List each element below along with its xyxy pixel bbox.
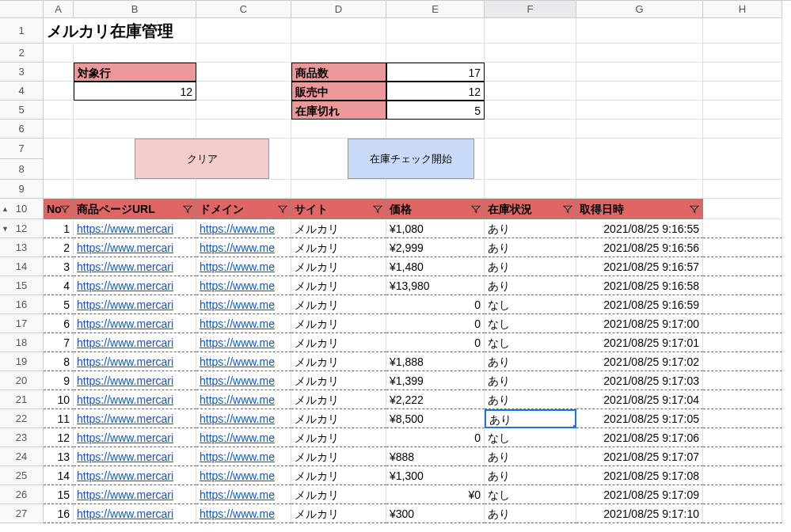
cell-price[interactable]: ¥8,500 — [386, 409, 485, 428]
domain-link[interactable]: https://www.me — [200, 507, 275, 520]
cell-price[interactable]: ¥0 — [386, 485, 485, 504]
cell-price[interactable]: 0 — [386, 295, 485, 314]
product-url-link[interactable]: https://www.mercari — [77, 222, 173, 235]
cell-no[interactable]: 7 — [44, 333, 74, 352]
cell[interactable] — [196, 139, 291, 180]
cell[interactable] — [485, 82, 576, 101]
domain-link[interactable]: https://www.me — [200, 450, 275, 463]
cell-url[interactable]: https://www.mercari — [74, 276, 196, 295]
cell-site[interactable]: メルカリ — [291, 333, 386, 352]
cell[interactable] — [74, 120, 196, 139]
cell-no[interactable]: 2 — [44, 238, 74, 257]
cell[interactable] — [703, 428, 782, 447]
cell[interactable] — [196, 18, 291, 44]
cell[interactable] — [703, 447, 782, 466]
cell-url[interactable]: https://www.mercari — [74, 466, 196, 485]
cell-site[interactable]: メルカリ — [291, 428, 386, 447]
row-header[interactable]: 8 — [0, 159, 44, 180]
cell-no[interactable]: 10 — [44, 390, 74, 409]
row-header[interactable]: 2 — [0, 44, 44, 63]
cell-stock[interactable]: あり — [485, 352, 576, 371]
cell-price[interactable]: 0 — [386, 333, 485, 352]
cell-stock[interactable]: なし — [485, 428, 576, 447]
table-header-url[interactable]: 商品ページURL — [74, 199, 196, 219]
cell-domain[interactable]: https://www.me — [196, 371, 291, 390]
cell[interactable] — [703, 352, 782, 371]
cell[interactable] — [291, 180, 386, 199]
cell[interactable] — [703, 295, 782, 314]
cell-no[interactable]: 12 — [44, 428, 74, 447]
cell-datetime[interactable]: 2021/08/25 9:17:00 — [576, 314, 703, 333]
cell[interactable] — [703, 44, 782, 63]
domain-link[interactable]: https://www.me — [200, 222, 275, 235]
filter-icon[interactable] — [59, 203, 70, 215]
cell[interactable] — [703, 199, 782, 219]
col-header-B[interactable]: B — [74, 1, 196, 18]
cell[interactable] — [44, 82, 74, 101]
cell-no[interactable]: 8 — [44, 352, 74, 371]
row-header[interactable]: 5 — [0, 101, 44, 120]
domain-link[interactable]: https://www.me — [200, 241, 275, 254]
cell[interactable] — [74, 44, 196, 63]
product-url-link[interactable]: https://www.mercari — [77, 450, 173, 463]
cell-datetime[interactable]: 2021/08/25 9:17:08 — [576, 466, 703, 485]
cell[interactable] — [576, 44, 703, 63]
row-header[interactable]: 9 — [0, 180, 44, 199]
cell[interactable] — [576, 63, 703, 82]
cell-no[interactable]: 14 — [44, 466, 74, 485]
col-header-G[interactable]: G — [576, 1, 703, 18]
cell[interactable] — [74, 101, 196, 120]
domain-link[interactable]: https://www.me — [200, 393, 275, 406]
cell-stock[interactable]: なし — [485, 333, 576, 352]
cell[interactable] — [576, 18, 703, 44]
row-header[interactable]: 16 — [0, 295, 44, 314]
filter-icon[interactable] — [470, 203, 481, 215]
cell[interactable] — [44, 63, 74, 82]
cell-no[interactable]: 3 — [44, 257, 74, 276]
cell-stock[interactable]: あり — [485, 409, 576, 428]
domain-link[interactable]: https://www.me — [200, 469, 275, 482]
cell[interactable] — [196, 101, 291, 120]
cell[interactable] — [485, 44, 576, 63]
cell-datetime[interactable]: 2021/08/25 9:16:55 — [576, 219, 703, 238]
cell[interactable] — [485, 18, 576, 44]
domain-link[interactable]: https://www.me — [200, 355, 275, 368]
cell-domain[interactable]: https://www.me — [196, 238, 291, 257]
cell[interactable] — [703, 333, 782, 352]
domain-link[interactable]: https://www.me — [200, 279, 275, 292]
cell[interactable] — [703, 180, 782, 199]
cell-domain[interactable]: https://www.me — [196, 447, 291, 466]
cell-site[interactable]: メルカリ — [291, 371, 386, 390]
cell[interactable] — [386, 18, 485, 44]
cell-url[interactable]: https://www.mercari — [74, 428, 196, 447]
cell[interactable] — [576, 180, 703, 199]
cell[interactable]: 在庫チェック開始 — [291, 139, 386, 180]
value-target-row[interactable]: 12 — [74, 82, 196, 101]
cell[interactable] — [196, 120, 291, 139]
cell-url[interactable]: https://www.mercari — [74, 257, 196, 276]
cell-domain[interactable]: https://www.me — [196, 504, 291, 523]
table-header-stock[interactable]: 在庫状況 — [485, 199, 576, 219]
cell-price[interactable]: ¥1,300 — [386, 466, 485, 485]
cell-no[interactable]: 13 — [44, 447, 74, 466]
filter-icon[interactable] — [182, 203, 193, 215]
cell[interactable] — [576, 101, 703, 120]
filter-icon[interactable] — [277, 203, 288, 215]
cell[interactable] — [44, 44, 74, 63]
cell-site[interactable]: メルカリ — [291, 238, 386, 257]
cell[interactable] — [703, 219, 782, 238]
cell-domain[interactable]: https://www.me — [196, 428, 291, 447]
row-header[interactable]: ▼12 — [0, 219, 44, 238]
cell-no[interactable]: 16 — [44, 504, 74, 523]
cell-no[interactable]: 4 — [44, 276, 74, 295]
cell-stock[interactable]: なし — [485, 295, 576, 314]
corner-cell[interactable] — [0, 1, 44, 18]
cell[interactable] — [44, 101, 74, 120]
cell-domain[interactable]: https://www.me — [196, 276, 291, 295]
cell[interactable] — [703, 101, 782, 120]
cell-datetime[interactable]: 2021/08/25 9:17:10 — [576, 504, 703, 523]
row-header[interactable]: 17 — [0, 314, 44, 333]
row-header[interactable]: 4 — [0, 82, 44, 101]
cell-datetime[interactable]: 2021/08/25 9:17:07 — [576, 447, 703, 466]
cell-datetime[interactable]: 2021/08/25 9:17:06 — [576, 428, 703, 447]
